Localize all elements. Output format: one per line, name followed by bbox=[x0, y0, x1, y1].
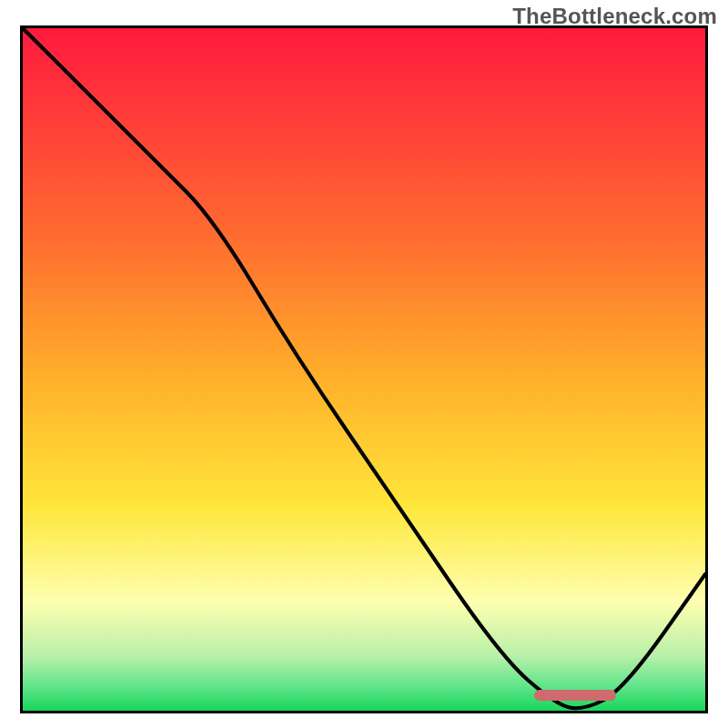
plot-area bbox=[20, 25, 708, 713]
bottleneck-curve bbox=[23, 28, 705, 711]
optimal-range-marker bbox=[534, 690, 616, 701]
chart-stage: TheBottleneck.com bbox=[0, 0, 728, 728]
